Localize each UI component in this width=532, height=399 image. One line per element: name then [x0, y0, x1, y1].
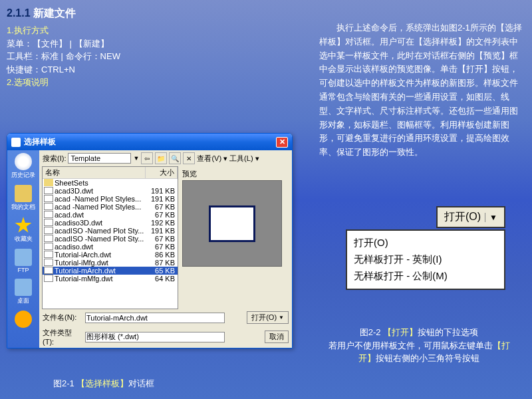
- desktop-icon: [15, 279, 32, 296]
- menu-item[interactable]: 无样板打开 - 公制(M): [354, 268, 497, 285]
- file-list[interactable]: 名称 大小 SheetSetsacad3D.dwt191 KBacad -Nam…: [42, 166, 178, 309]
- close-icon[interactable]: ✕: [276, 137, 288, 148]
- dialog-titlebar[interactable]: 选择样板 ✕: [7, 134, 292, 150]
- dwt-icon: [44, 187, 53, 194]
- dwt-icon: [44, 219, 53, 226]
- preview-thumbnail: [209, 205, 255, 242]
- ftp-icon: [15, 249, 32, 266]
- dwt-icon: [44, 275, 53, 282]
- search-label: 搜索(I):: [43, 154, 66, 164]
- folder-icon: [44, 179, 53, 186]
- col-name[interactable]: 名称: [43, 167, 146, 178]
- view-dropdown[interactable]: 查看(V) ▾: [197, 154, 227, 164]
- file-row[interactable]: acad -Named Plot Styles...191 KB: [43, 195, 178, 203]
- file-row[interactable]: acadiso.dwt67 KB: [43, 243, 178, 251]
- filename-label: 文件名(N):: [43, 313, 82, 323]
- file-row[interactable]: SheetSets: [43, 179, 178, 187]
- dwt-icon: [44, 203, 53, 210]
- preview-box: [182, 180, 282, 267]
- file-row[interactable]: acadISO -Named Plot Sty...67 KB: [43, 235, 178, 243]
- sidebar-item-desktop[interactable]: 桌面: [10, 279, 37, 305]
- heading-num: 2.1.1: [7, 7, 31, 19]
- open-split-button[interactable]: 打开(O) ▼: [436, 206, 505, 228]
- menu-item[interactable]: 无样板打开 - 英制(I): [354, 251, 497, 268]
- buzz-icon: [15, 311, 32, 328]
- chevron-down-icon[interactable]: ▼: [485, 213, 497, 222]
- filetype-label: 文件类型(T):: [43, 328, 82, 346]
- up-icon[interactable]: 📁: [155, 152, 167, 164]
- file-row[interactable]: Tutorial-mMfg.dwt64 KB: [43, 275, 178, 283]
- dwt-icon: [44, 251, 53, 258]
- file-row[interactable]: Tutorial-iArch.dwt86 KB: [43, 251, 178, 259]
- places-sidebar: 历史记录我的文档收藏夹FTP桌面: [7, 150, 39, 348]
- file-row[interactable]: Tutorial-mArch.dwt65 KB: [43, 267, 178, 275]
- cancel-button[interactable]: 取消: [265, 331, 289, 343]
- search-input[interactable]: [68, 153, 131, 164]
- filename-input[interactable]: [85, 313, 225, 323]
- heading-text: 新建文件: [33, 7, 76, 19]
- tools-dropdown[interactable]: 工具(L) ▾: [229, 154, 259, 164]
- figure-1-caption: 图2-1 【选择样板】对话框: [53, 378, 154, 390]
- dwt-icon: [44, 259, 53, 266]
- filetype-select[interactable]: [85, 332, 225, 342]
- file-row[interactable]: acadISO -Named Plot Sty...191 KB: [43, 227, 178, 235]
- dwt-icon: [44, 235, 53, 242]
- delete-icon[interactable]: ✕: [183, 152, 195, 164]
- open-dropdown-menu: 打开(O)无样板打开 - 英制(I)无样板打开 - 公制(M): [346, 229, 505, 290]
- file-row[interactable]: acadiso3D.dwt192 KB: [43, 219, 178, 227]
- dialog-title: 选择样板: [24, 136, 56, 148]
- dwt-icon: [44, 211, 53, 218]
- sidebar-item-buzz[interactable]: [10, 311, 37, 329]
- menu-item[interactable]: 打开(O): [354, 235, 497, 251]
- sidebar-item-clock[interactable]: 历史记录: [10, 153, 37, 180]
- dwt-icon: [44, 267, 53, 274]
- file-row[interactable]: acad3D.dwt191 KB: [43, 187, 178, 195]
- file-row[interactable]: Tutorial-iMfg.dwt87 KB: [43, 259, 178, 267]
- sidebar-item-folder[interactable]: 我的文档: [10, 185, 37, 211]
- select-template-dialog: 选择样板 ✕ 历史记录我的文档收藏夹FTP桌面 搜索(I): ▼ ⇦ 📁 🔍 ✕…: [7, 133, 293, 348]
- open-button[interactable]: 打开(O)▼: [247, 311, 289, 324]
- description-paragraph: 执行上述命令后，系统弹出如图2-1所示的【选择样板】对话框。用户可在【选择样板】…: [319, 21, 525, 160]
- preview-label: 预览: [182, 168, 283, 180]
- page-heading: 2.1.1 新建文件: [0, 0, 532, 24]
- search-icon[interactable]: 🔍: [169, 152, 181, 164]
- clock-icon: [15, 153, 32, 170]
- dwt-icon: [44, 227, 53, 234]
- file-list-header: 名称 大小: [43, 167, 178, 179]
- chevron-down-icon[interactable]: ▼: [279, 315, 284, 321]
- file-row[interactable]: acad.dwt67 KB: [43, 211, 178, 219]
- figure-2-caption: 图2-2 【打开】按钮的下拉选项 若用户不使用样板文件，可用鼠标左键单击【打开】…: [326, 326, 512, 365]
- open-dropdown-illustration: 打开(O) ▼ 打开(O)无样板打开 - 英制(I)无样板打开 - 公制(M): [346, 206, 505, 290]
- sidebar-item-ftp[interactable]: FTP: [10, 249, 37, 273]
- file-row[interactable]: acad -Named Plot Styles...67 KB: [43, 203, 178, 211]
- dialog-toolbar: 搜索(I): ▼ ⇦ 📁 🔍 ✕ 查看(V) ▾ 工具(L) ▾: [39, 150, 292, 166]
- dwt-icon: [44, 195, 53, 202]
- preview-panel: 预览: [181, 166, 284, 309]
- back-icon[interactable]: ⇦: [141, 152, 153, 164]
- star-icon: [15, 217, 32, 234]
- sidebar-item-star[interactable]: 收藏夹: [10, 217, 37, 243]
- dialog-icon: [11, 138, 21, 147]
- col-size[interactable]: 大小: [146, 167, 178, 178]
- dwt-icon: [44, 243, 53, 250]
- folder-icon: [15, 185, 32, 202]
